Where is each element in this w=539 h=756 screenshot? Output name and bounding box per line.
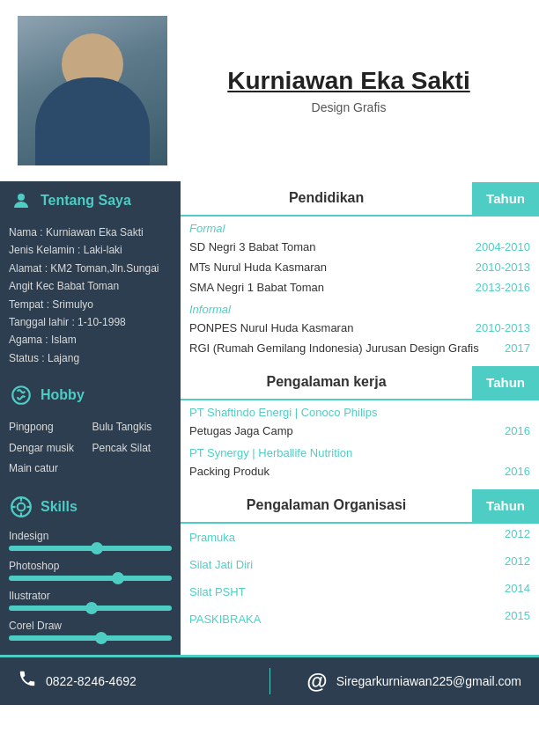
agama: Agama : Islam [9, 331, 172, 349]
work-role-1: Petugas Jaga Camp [189, 424, 293, 437]
org-year-paskibraka: 2015 [505, 609, 530, 629]
tanggal-lahir: Tanggal lahir : 1-10-1998 [9, 313, 172, 331]
formal-label: Formal [181, 217, 539, 237]
edu-year-sd: 2004-2010 [476, 240, 530, 253]
edu-name-ponpes: PONPES Nurul Huda Kasmaran [189, 321, 353, 334]
tempat: Tempat : Srimulyo [9, 296, 172, 313]
svg-point-3 [18, 503, 26, 511]
informal-label: Informal [181, 297, 539, 318]
edu-year-mts: 2010-2013 [476, 261, 530, 274]
jenis-kelamin: Jenis Kelamin : Laki-laki [9, 241, 172, 259]
footer-phone: 0822-8246-4692 [18, 669, 261, 694]
sidebar: Tentang Saya Nama : Kurniawan Eka Sakti … [0, 181, 181, 655]
edu-year-rgi: 2017 [505, 341, 530, 355]
skill-handle-photoshop [112, 572, 124, 584]
hobby-grid: Pingpong Bulu Tangkis Dengar musik Penca… [0, 415, 181, 488]
hobby-pingpong: Pingpong [9, 418, 89, 437]
org-year-silat-psht: 2014 [505, 582, 530, 602]
hobby-bulu-tangkis: Bulu Tangkis [92, 418, 173, 437]
work-year-label: Tahun [472, 366, 539, 399]
org-year-pramuka: 2012 [505, 527, 530, 547]
svg-point-1 [12, 386, 30, 404]
work-company-2: PT Synergy | Herballife Nutrition [181, 441, 539, 461]
edu-name-mts: MTs Nurul Huda Kasmaran [189, 261, 327, 274]
work-header-row: Pengalaman kerja Tahun [181, 365, 539, 400]
org-silat-psht: Silat PSHT [189, 582, 246, 602]
full-name: Kurniawan Eka Sakti [176, 67, 521, 95]
hobby-icon [9, 383, 33, 407]
profile-photo [18, 16, 167, 165]
nama: Nama : Kurniawan Eka Sakti [9, 224, 172, 241]
org-year-label: Tahun [472, 489, 539, 522]
skill-photoshop: Photoshop [0, 556, 181, 586]
org-row-silat-psht: Silat PSHT 2014 [181, 578, 539, 606]
skill-handle-ilustrator [85, 602, 98, 614]
skill-handle-indesign [91, 542, 103, 554]
hobby-header: Hobby [0, 376, 181, 415]
org-pramuka: Pramuka [189, 527, 235, 547]
edu-row-rgi: RGI (Rumah Gemilang Indonesia) Jurusan D… [181, 338, 539, 358]
work-title: Pengalaman kerja [181, 365, 472, 399]
footer-divider [270, 668, 270, 694]
edu-name-sd: SD Negri 3 Babat Toman [189, 240, 316, 253]
work-row-1: Petugas Jaga Camp 2016 [181, 421, 539, 441]
org-silat-jd: Silat Jati Diri [189, 554, 253, 575]
pendidikan-year-label: Tahun [472, 182, 539, 215]
main-layout: Tentang Saya Nama : Kurniawan Eka Sakti … [0, 181, 539, 655]
work-company-1: PT Shaftindo Energi | Conoco Philips [181, 400, 539, 421]
work-year-2: 2016 [505, 465, 530, 478]
work-year-1: 2016 [505, 424, 530, 437]
hobby-title: Hobby [41, 387, 85, 403]
edu-year-ponpes: 2010-2013 [476, 321, 530, 334]
hobby-main-catur: Main catur [9, 459, 89, 479]
pendidikan-header-row: Pendidikan Tahun [181, 181, 539, 217]
tentang-content: Nama : Kurniawan Eka Sakti Jenis Kelamin… [0, 220, 181, 376]
svg-point-0 [18, 194, 25, 201]
org-title: Pengalaman Organisasi [181, 488, 472, 522]
tentang-title: Tentang Saya [41, 193, 131, 209]
org-paskibraka: PASKIBRAKA [189, 609, 261, 629]
phone-number: 0822-8246-4692 [46, 674, 137, 688]
name-section: Kurniawan Eka Sakti Design Grafis [167, 67, 521, 114]
phone-icon [18, 669, 37, 694]
footer: 0822-8246-4692 @ Siregarkurniawan225@gma… [0, 655, 539, 705]
skill-handle-coreldraw [95, 632, 107, 644]
hobby-pencak-silat: Pencak Silat [92, 439, 173, 459]
org-year-silat-jd: 2012 [505, 554, 530, 575]
person-icon [9, 188, 33, 213]
edu-year-sma: 2013-2016 [476, 281, 530, 294]
edu-row-sma: SMA Negri 1 Babat Toman 2013-2016 [181, 277, 539, 297]
org-row-pramuka: Pramuka 2012 [181, 524, 539, 551]
org-row-silat-jd: Silat Jati Diri 2012 [181, 551, 539, 578]
work-row-2: Packing Produk 2016 [181, 461, 539, 481]
job-title: Design Grafis [176, 100, 521, 114]
org-row-paskibraka: PASKIBRAKA 2015 [181, 606, 539, 633]
skills-icon [9, 495, 33, 519]
footer-email: @ Siregarkurniawan225@gmail.com [279, 669, 522, 694]
header: Kurniawan Eka Sakti Design Grafis [0, 0, 539, 181]
work-role-2: Packing Produk [189, 465, 270, 478]
edu-row-sd: SD Negri 3 Babat Toman 2004-2010 [181, 237, 539, 257]
email-address: Siregarkurniawan225@gmail.com [336, 674, 521, 688]
pendidikan-title: Pendidikan [181, 181, 472, 215]
edu-name-sma: SMA Negri 1 Babat Toman [189, 281, 324, 294]
at-icon: @ [306, 669, 327, 694]
skill-indesign: Indesign [0, 526, 181, 556]
edu-row-mts: MTs Nurul Huda Kasmaran 2010-2013 [181, 257, 539, 277]
status: Status : Lajang [9, 349, 172, 367]
skill-ilustrator: Ilustrator [0, 586, 181, 616]
tentang-header: Tentang Saya [0, 181, 181, 220]
edu-name-rgi: RGI (Rumah Gemilang Indonesia) Jurusan D… [189, 341, 479, 355]
right-content: Pendidikan Tahun Formal SD Negri 3 Babat… [181, 181, 539, 655]
hobby-dengar-musik: Dengar musik [9, 439, 89, 459]
skills-title: Skills [41, 499, 78, 515]
edu-row-ponpes: PONPES Nurul Huda Kasmaran 2010-2013 [181, 318, 539, 338]
org-header-row: Pengalaman Organisasi Tahun [181, 488, 539, 524]
alamat: Alamat : KM2 Toman,Jln.Sungai Angit Kec … [9, 260, 172, 296]
skills-header: Skills [0, 488, 181, 526]
skill-coreldraw: Corel Draw [0, 616, 181, 646]
